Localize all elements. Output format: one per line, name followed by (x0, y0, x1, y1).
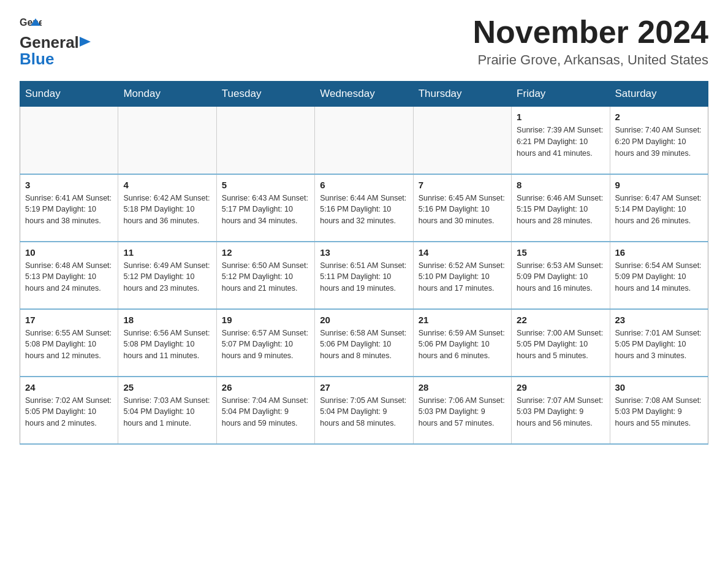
calendar-cell: 15Sunrise: 6:53 AM Sunset: 5:09 PM Dayli… (512, 242, 610, 309)
day-number: 12 (222, 247, 309, 258)
calendar-cell (118, 107, 216, 174)
day-number: 28 (419, 382, 506, 393)
calendar-week-row: 24Sunrise: 7:02 AM Sunset: 5:05 PM Dayli… (20, 377, 708, 444)
day-info: Sunrise: 7:01 AM Sunset: 5:05 PM Dayligh… (615, 327, 703, 362)
page-header: General General Blue November 2024 Prair… (20, 15, 708, 69)
logo-triangle-icon (80, 37, 91, 49)
calendar-week-row: 17Sunrise: 6:55 AM Sunset: 5:08 PM Dayli… (20, 309, 708, 377)
day-number: 10 (25, 247, 113, 258)
day-number: 14 (419, 247, 506, 258)
day-info: Sunrise: 6:45 AM Sunset: 5:16 PM Dayligh… (419, 193, 506, 227)
calendar-cell (20, 107, 118, 174)
calendar-cell: 17Sunrise: 6:55 AM Sunset: 5:08 PM Dayli… (20, 309, 118, 377)
day-info: Sunrise: 6:57 AM Sunset: 5:07 PM Dayligh… (222, 327, 309, 362)
calendar-cell: 19Sunrise: 6:57 AM Sunset: 5:07 PM Dayli… (216, 309, 314, 377)
day-number: 6 (320, 180, 408, 190)
calendar-cell: 6Sunrise: 6:44 AM Sunset: 5:16 PM Daylig… (315, 174, 413, 242)
day-info: Sunrise: 6:49 AM Sunset: 5:12 PM Dayligh… (123, 260, 211, 294)
day-number: 24 (25, 382, 113, 393)
calendar-cell: 18Sunrise: 6:56 AM Sunset: 5:08 PM Dayli… (118, 309, 216, 377)
calendar-header-thursday: Thursday (413, 82, 511, 107)
calendar-header-sunday: Sunday (20, 82, 118, 107)
day-info: Sunrise: 6:46 AM Sunset: 5:15 PM Dayligh… (517, 193, 604, 227)
logo: General General Blue (20, 15, 91, 69)
calendar-header-friday: Friday (512, 82, 610, 107)
day-info: Sunrise: 7:05 AM Sunset: 5:04 PM Dayligh… (320, 395, 408, 429)
calendar-header-tuesday: Tuesday (216, 82, 314, 107)
calendar-cell: 11Sunrise: 6:49 AM Sunset: 5:12 PM Dayli… (118, 242, 216, 309)
day-info: Sunrise: 6:58 AM Sunset: 5:06 PM Dayligh… (320, 327, 408, 362)
day-number: 21 (419, 315, 506, 325)
day-info: Sunrise: 7:40 AM Sunset: 6:20 PM Dayligh… (615, 124, 703, 159)
calendar-cell: 9Sunrise: 6:47 AM Sunset: 5:14 PM Daylig… (610, 174, 708, 242)
calendar-week-row: 10Sunrise: 6:48 AM Sunset: 5:13 PM Dayli… (20, 242, 708, 309)
calendar-cell (216, 107, 314, 174)
calendar-cell: 16Sunrise: 6:54 AM Sunset: 5:09 PM Dayli… (610, 242, 708, 309)
calendar-cell (315, 107, 413, 174)
calendar-cell: 13Sunrise: 6:51 AM Sunset: 5:11 PM Dayli… (315, 242, 413, 309)
calendar-cell: 20Sunrise: 6:58 AM Sunset: 5:06 PM Dayli… (315, 309, 413, 377)
day-info: Sunrise: 6:59 AM Sunset: 5:06 PM Dayligh… (419, 327, 506, 362)
day-number: 16 (615, 247, 703, 258)
calendar-cell: 21Sunrise: 6:59 AM Sunset: 5:06 PM Dayli… (413, 309, 511, 377)
day-number: 11 (123, 247, 211, 258)
day-number: 1 (517, 112, 604, 122)
day-number: 3 (25, 180, 113, 190)
day-info: Sunrise: 6:53 AM Sunset: 5:09 PM Dayligh… (517, 260, 604, 294)
day-number: 7 (419, 180, 506, 190)
calendar-cell: 2Sunrise: 7:40 AM Sunset: 6:20 PM Daylig… (610, 107, 708, 174)
calendar-cell: 4Sunrise: 6:42 AM Sunset: 5:18 PM Daylig… (118, 174, 216, 242)
day-info: Sunrise: 6:44 AM Sunset: 5:16 PM Dayligh… (320, 193, 408, 227)
day-info: Sunrise: 7:03 AM Sunset: 5:04 PM Dayligh… (123, 395, 211, 429)
day-info: Sunrise: 6:41 AM Sunset: 5:19 PM Dayligh… (25, 193, 113, 227)
day-info: Sunrise: 7:00 AM Sunset: 5:05 PM Dayligh… (517, 327, 604, 362)
calendar-cell: 22Sunrise: 7:00 AM Sunset: 5:05 PM Dayli… (512, 309, 610, 377)
calendar-cell: 3Sunrise: 6:41 AM Sunset: 5:19 PM Daylig… (20, 174, 118, 242)
day-number: 2 (615, 112, 703, 122)
day-info: Sunrise: 7:04 AM Sunset: 5:04 PM Dayligh… (222, 395, 309, 429)
day-info: Sunrise: 6:42 AM Sunset: 5:18 PM Dayligh… (123, 193, 211, 227)
calendar-cell: 27Sunrise: 7:05 AM Sunset: 5:04 PM Dayli… (315, 377, 413, 444)
calendar-cell: 30Sunrise: 7:08 AM Sunset: 5:03 PM Dayli… (610, 377, 708, 444)
calendar-cell: 10Sunrise: 6:48 AM Sunset: 5:13 PM Dayli… (20, 242, 118, 309)
day-number: 18 (123, 315, 211, 325)
day-number: 17 (25, 315, 113, 325)
day-info: Sunrise: 6:51 AM Sunset: 5:11 PM Dayligh… (320, 260, 408, 294)
svg-marker-2 (80, 37, 91, 47)
day-info: Sunrise: 6:48 AM Sunset: 5:13 PM Dayligh… (25, 260, 113, 294)
calendar-cell: 28Sunrise: 7:06 AM Sunset: 5:03 PM Dayli… (413, 377, 511, 444)
day-info: Sunrise: 6:43 AM Sunset: 5:17 PM Dayligh… (222, 193, 309, 227)
calendar-week-row: 1Sunrise: 7:39 AM Sunset: 6:21 PM Daylig… (20, 107, 708, 174)
calendar-cell (413, 107, 511, 174)
logo-blue: Blue (20, 50, 54, 69)
calendar-cell: 1Sunrise: 7:39 AM Sunset: 6:21 PM Daylig… (512, 107, 610, 174)
calendar-table: SundayMondayTuesdayWednesdayThursdayFrid… (20, 81, 708, 445)
day-number: 19 (222, 315, 309, 325)
title-block: November 2024 Prairie Grove, Arkansas, U… (473, 15, 708, 68)
day-number: 4 (123, 180, 211, 190)
day-info: Sunrise: 7:06 AM Sunset: 5:03 PM Dayligh… (419, 395, 506, 429)
day-number: 15 (517, 247, 604, 258)
day-info: Sunrise: 6:55 AM Sunset: 5:08 PM Dayligh… (25, 327, 113, 362)
day-number: 30 (615, 382, 703, 393)
day-number: 8 (517, 180, 604, 190)
day-info: Sunrise: 7:07 AM Sunset: 5:03 PM Dayligh… (517, 395, 604, 429)
day-number: 22 (517, 315, 604, 325)
calendar-header-row: SundayMondayTuesdayWednesdayThursdayFrid… (20, 82, 708, 107)
day-number: 20 (320, 315, 408, 325)
calendar-cell: 14Sunrise: 6:52 AM Sunset: 5:10 PM Dayli… (413, 242, 511, 309)
calendar-cell: 7Sunrise: 6:45 AM Sunset: 5:16 PM Daylig… (413, 174, 511, 242)
day-number: 9 (615, 180, 703, 190)
day-info: Sunrise: 7:39 AM Sunset: 6:21 PM Dayligh… (517, 124, 604, 159)
calendar-cell: 29Sunrise: 7:07 AM Sunset: 5:03 PM Dayli… (512, 377, 610, 444)
day-number: 29 (517, 382, 604, 393)
calendar-cell: 5Sunrise: 6:43 AM Sunset: 5:17 PM Daylig… (216, 174, 314, 242)
day-number: 5 (222, 180, 309, 190)
calendar-header-saturday: Saturday (610, 82, 708, 107)
day-info: Sunrise: 6:50 AM Sunset: 5:12 PM Dayligh… (222, 260, 309, 294)
day-info: Sunrise: 6:56 AM Sunset: 5:08 PM Dayligh… (123, 327, 211, 362)
calendar-cell: 12Sunrise: 6:50 AM Sunset: 5:12 PM Dayli… (216, 242, 314, 309)
day-info: Sunrise: 6:47 AM Sunset: 5:14 PM Dayligh… (615, 193, 703, 227)
day-number: 23 (615, 315, 703, 325)
calendar-week-row: 3Sunrise: 6:41 AM Sunset: 5:19 PM Daylig… (20, 174, 708, 242)
